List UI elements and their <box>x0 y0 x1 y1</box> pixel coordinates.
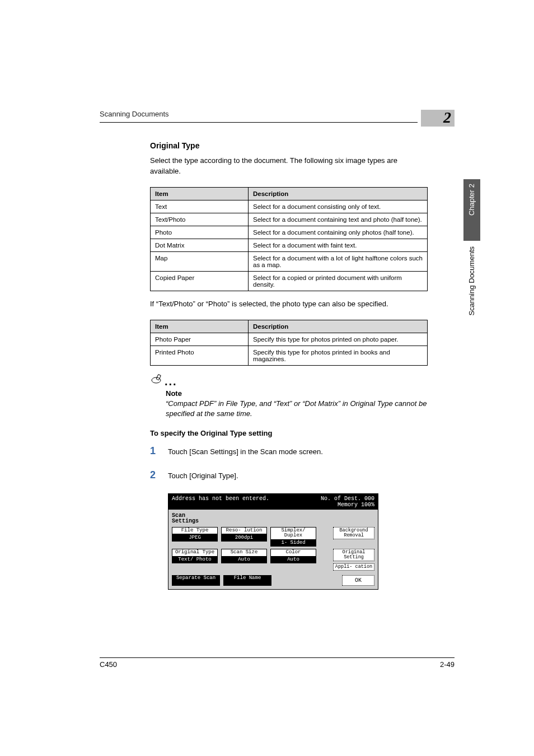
lcd-row-1: File Type JPEG Reso- lution 200dpi Simpl… <box>172 527 374 547</box>
lcd-button-label: File Type <box>172 527 218 534</box>
lcd-file-type-button[interactable]: File Type JPEG <box>172 527 218 547</box>
table-cell: Specify this type for photos printed in … <box>249 346 428 365</box>
after-table1-paragraph: If “Text/Photo” or “Photo” is selected, … <box>150 299 428 310</box>
footer-page-number: 2-49 <box>440 660 455 669</box>
lcd-button-label: Reso- lution <box>221 527 267 534</box>
table-cell: Select for a copied or printed document … <box>249 271 428 291</box>
table-cell: Map <box>151 251 249 271</box>
lcd-background-removal-button[interactable]: Background Removal <box>333 527 374 539</box>
running-header: Scanning Documents <box>100 110 455 118</box>
lcd-row-3: Separate Scan File Name OK <box>172 575 374 586</box>
lcd-ok-button[interactable]: OK <box>342 575 374 586</box>
table-head-description: Description <box>249 320 428 333</box>
note-block: ... Note “Compact PDF” in File Type, and… <box>150 374 428 419</box>
lcd-scan-size-button[interactable]: Scan Size Auto <box>221 549 267 571</box>
step-1: 1 Touch [Scan Settings] in the Scan mode… <box>150 445 428 457</box>
note-icon <box>150 374 162 388</box>
table-cell: Select for a document with faint text. <box>249 239 428 251</box>
table-cell: Dot Matrix <box>151 239 249 251</box>
step-text: Touch [Scan Settings] in the Scan mode s… <box>168 447 323 456</box>
lcd-simplex-duplex-button[interactable]: Simplex/ Duplex 1- Sided <box>270 527 316 547</box>
table-row: MapSelect for a document with a lot of l… <box>151 251 428 271</box>
table-row: Copied PaperSelect for a copied or print… <box>151 271 428 291</box>
lcd-button-value: JPEG <box>172 534 218 541</box>
lcd-button-label: Simplex/ Duplex <box>270 527 316 540</box>
lcd-header-message: Address has not been entered. <box>172 496 269 508</box>
table-cell: Select for a document containing text an… <box>249 213 428 226</box>
lcd-dest-count: No. of Dest. 000 <box>321 496 374 502</box>
lcd-button-value: Auto <box>221 557 267 563</box>
lcd-application-button[interactable]: Appli- cation <box>333 563 374 571</box>
lcd-tab-label-line: Settings <box>172 518 199 524</box>
lcd-button-label: Color <box>270 549 316 556</box>
page-footer: C450 2-49 <box>100 657 455 669</box>
lcd-row-2: Original Type Text/ Photo Scan Size Auto… <box>172 549 374 571</box>
lcd-button-label: Original Type <box>172 549 218 556</box>
footer-model: C450 <box>100 660 117 669</box>
intro-paragraph: Select the type according to the documen… <box>150 156 428 177</box>
table-cell: Specify this type for photos printed on … <box>249 333 428 346</box>
lcd-button-label: Scan Size <box>221 549 267 556</box>
side-tab-section-label: Scanning Documents <box>463 242 480 320</box>
side-tab-section: Scanning Documents <box>463 242 480 323</box>
lcd-color-button[interactable]: Color Auto <box>270 549 316 571</box>
step-2: 2 Touch [Original Type]. <box>150 469 428 481</box>
lcd-header: Address has not been entered. No. of Des… <box>168 494 378 510</box>
table-row: Dot MatrixSelect for a document with fai… <box>151 239 428 251</box>
table-row: Printed PhotoSpecify this type for photo… <box>151 346 428 365</box>
table-row: PhotoSelect for a document containing on… <box>151 226 428 239</box>
chapter-number-badge: 2 <box>421 110 455 127</box>
table-head-description: Description <box>249 187 428 200</box>
lcd-header-status: No. of Dest. 000 Memory 100% <box>321 496 374 508</box>
table-cell: Photo <box>151 226 249 239</box>
note-text: “Compact PDF” in File Type, and “Text” o… <box>166 399 428 419</box>
chapter-number: 2 <box>443 109 451 127</box>
step-number: 1 <box>150 445 168 457</box>
table-cell: Photo Paper <box>151 333 249 346</box>
table-cell: Select for a document consisting only of… <box>249 200 428 213</box>
lcd-memory-status: Memory 100% <box>321 502 374 508</box>
lcd-panel-screenshot: Address has not been entered. No. of Des… <box>168 493 378 590</box>
table-head-item: Item <box>151 187 249 200</box>
lcd-scan-settings-tab[interactable]: Scan Settings <box>172 513 374 525</box>
table-row: Text/PhotoSelect for a document containi… <box>151 213 428 226</box>
lcd-button-value: 200dpi <box>221 534 267 541</box>
procedure-title: To specify the Original Type setting <box>150 429 428 437</box>
table-cell: Select for a document containing only ph… <box>249 226 428 239</box>
table-cell: Copied Paper <box>151 271 249 291</box>
lcd-original-type-button[interactable]: Original Type Text/ Photo <box>172 549 218 571</box>
photo-type-table: Item Description Photo PaperSpecify this… <box>150 320 428 366</box>
table-cell: Text/Photo <box>151 213 249 226</box>
lcd-button-value: Auto <box>270 557 316 563</box>
running-header-rule <box>100 122 418 123</box>
lcd-button-value: 1- Sided <box>270 540 316 547</box>
side-tab-chapter: Chapter 2 <box>463 179 480 241</box>
step-text: Touch [Original Type]. <box>168 472 238 480</box>
note-dots-icon: ... <box>165 375 177 388</box>
lcd-tab-label-line: Scan <box>172 512 185 519</box>
table-cell: Select for a document with a lot of ligh… <box>249 251 428 271</box>
table-cell: Text <box>151 200 249 213</box>
step-number: 2 <box>150 469 168 481</box>
table-row: Photo PaperSpecify this type for photos … <box>151 333 428 346</box>
section-title: Original Type <box>150 141 428 150</box>
lcd-button-value: Text/ Photo <box>172 557 218 563</box>
table-head-item: Item <box>151 320 249 333</box>
table-row: TextSelect for a document consisting onl… <box>151 200 428 213</box>
side-tab-chapter-label: Chapter 2 <box>463 179 480 220</box>
lcd-file-name-button[interactable]: File Name <box>223 575 271 586</box>
lcd-original-setting-button[interactable]: Original Setting <box>333 549 374 561</box>
lcd-separate-scan-button[interactable]: Separate Scan <box>172 575 220 586</box>
note-label: Note <box>166 389 428 398</box>
lcd-resolution-button[interactable]: Reso- lution 200dpi <box>221 527 267 547</box>
table-cell: Printed Photo <box>151 346 249 365</box>
original-type-table: Item Description TextSelect for a docume… <box>150 187 428 291</box>
lcd-body: Scan Settings File Type JPEG Reso- lutio… <box>168 510 378 589</box>
content-area: Original Type Select the type according … <box>150 141 428 590</box>
